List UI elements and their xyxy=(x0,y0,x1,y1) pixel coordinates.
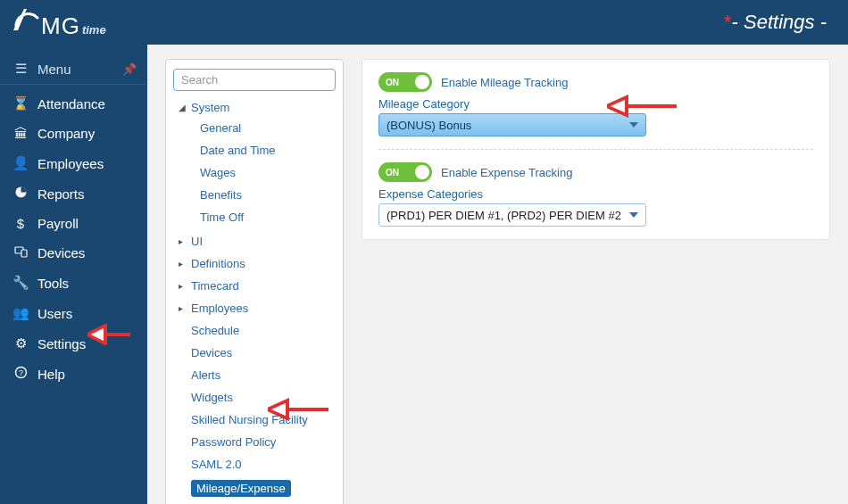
tree-leaf-widgets[interactable]: Widgets xyxy=(177,388,336,407)
hamburger-icon: ☰ xyxy=(12,61,29,77)
gear-icon: ⚙ xyxy=(12,335,29,351)
nav-item-label: Help xyxy=(37,367,65,382)
tree-node-employees[interactable]: ▸Employees xyxy=(177,299,336,318)
bank-icon: 🏛 xyxy=(12,126,29,141)
tree-node-label: System xyxy=(191,101,229,114)
main-nav: ☰ Menu 📌 ⌛ Attendance 🏛 Company 👤 Employ… xyxy=(0,45,147,504)
nav-item-employees[interactable]: 👤 Employees xyxy=(0,148,147,178)
nav-item-reports[interactable]: Reports xyxy=(0,178,147,209)
tree-leaf-saml[interactable]: SAML 2.0 xyxy=(177,455,336,474)
content-area: ◢ System General Date and Time Wages Ben… xyxy=(147,45,848,504)
tree-search-input[interactable] xyxy=(173,69,336,91)
hourglass-icon: ⌛ xyxy=(12,95,29,112)
toggle-knob-icon xyxy=(415,165,429,179)
nav-item-tools[interactable]: 🔧 Tools xyxy=(0,268,147,298)
mileage-category-label: Mileage Category xyxy=(378,97,813,111)
tree-leaf-devices[interactable]: Devices xyxy=(177,343,336,362)
settings-main-panel: ON Enable Mileage Tracking Mileage Categ… xyxy=(362,59,830,240)
logo-subtext: time xyxy=(82,23,106,37)
dollar-icon: $ xyxy=(12,216,29,231)
tree-leaf-alerts[interactable]: Alerts xyxy=(177,366,336,384)
toggle-on-label: ON xyxy=(386,78,399,87)
svg-rect-2 xyxy=(21,250,27,257)
nav-menu-toggle[interactable]: ☰ Menu 📌 xyxy=(0,54,147,85)
mileage-toggle-label: Enable Mileage Tracking xyxy=(441,76,568,89)
pie-icon xyxy=(12,186,29,202)
question-icon: ? xyxy=(12,366,29,382)
nav-item-attendance[interactable]: ⌛ Attendance xyxy=(0,88,147,119)
tree-leaf-snf[interactable]: Skilled Nursing Facility xyxy=(177,410,336,429)
tree-leaf-general[interactable]: General xyxy=(186,119,336,137)
nav-item-label: Devices xyxy=(37,245,85,260)
mileage-category-value: (BONUS) Bonus xyxy=(387,119,471,132)
nav-item-label: Users xyxy=(37,306,72,321)
tree-node-timecard[interactable]: ▸Timecard xyxy=(177,277,336,295)
nav-item-label: Reports xyxy=(37,186,85,202)
mileage-toggle[interactable]: ON xyxy=(378,72,432,92)
expense-toggle-row: ON Enable Expense Tracking xyxy=(378,162,813,182)
user-icon: 👤 xyxy=(12,155,29,171)
settings-tree: ◢ System General Date and Time Wages Ben… xyxy=(173,96,336,501)
caret-right-icon: ▸ xyxy=(179,281,187,291)
nav-item-users[interactable]: 👥 Users xyxy=(0,298,147,328)
expense-categories-dropdown[interactable]: (PRD1) PER DIEM #1, (PRD2) PER DIEM #2 xyxy=(378,203,646,227)
nav-menu-label: Menu xyxy=(37,62,71,77)
tree-node-ui[interactable]: ▸UI xyxy=(177,232,336,251)
tree-leaf-schedule[interactable]: Schedule xyxy=(177,321,336,340)
nav-item-label: Company xyxy=(37,126,95,141)
app-logo: MG time xyxy=(11,5,106,40)
mileage-toggle-row: ON Enable Mileage Tracking xyxy=(378,72,813,92)
users-icon: 👥 xyxy=(12,305,29,321)
tree-node-definitions[interactable]: ▸Definitions xyxy=(177,254,336,273)
devices-icon xyxy=(12,245,29,260)
wrench-icon: 🔧 xyxy=(12,275,29,291)
nav-item-label: Tools xyxy=(37,276,69,291)
app-header: MG time *- Settings - xyxy=(0,0,848,45)
tree-leaf-password-policy[interactable]: Password Policy xyxy=(177,433,336,451)
caret-right-icon: ▸ xyxy=(179,303,187,313)
nav-item-company[interactable]: 🏛 Company xyxy=(0,119,147,148)
nav-item-label: Payroll xyxy=(37,216,79,231)
toggle-knob-icon xyxy=(415,75,429,89)
pin-icon[interactable]: 📌 xyxy=(122,62,137,76)
caret-right-icon: ▸ xyxy=(179,259,187,269)
page-title: *- Settings - xyxy=(724,11,827,34)
toggle-on-label: ON xyxy=(386,168,399,178)
logo-mark-icon xyxy=(11,5,41,34)
settings-tree-panel: ◢ System General Date and Time Wages Ben… xyxy=(165,59,344,504)
section-divider xyxy=(378,149,813,150)
tree-node-system[interactable]: ◢ System xyxy=(177,98,336,117)
nav-item-devices[interactable]: Devices xyxy=(0,238,147,268)
tree-leaf-mileage-expense[interactable]: Mileage/Expense xyxy=(177,477,336,500)
svg-text:?: ? xyxy=(18,368,22,377)
expense-categories-label: Expense Categories xyxy=(378,187,813,201)
chevron-down-icon xyxy=(629,212,638,218)
tree-leaf-time-off[interactable]: Time Off xyxy=(186,208,336,227)
logo-text: MG xyxy=(41,12,80,40)
caret-down-icon: ◢ xyxy=(179,103,187,112)
nav-item-label: Employees xyxy=(37,156,104,171)
nav-item-payroll[interactable]: $ Payroll xyxy=(0,209,147,238)
expense-categories-value: (PRD1) PER DIEM #1, (PRD2) PER DIEM #2 xyxy=(387,209,621,222)
chevron-down-icon xyxy=(629,122,638,128)
tree-leaf-date-time[interactable]: Date and Time xyxy=(186,141,336,160)
nav-item-help[interactable]: ? Help xyxy=(0,359,147,389)
expense-toggle-label: Enable Expense Tracking xyxy=(441,166,572,179)
mileage-category-dropdown[interactable]: (BONUS) Bonus xyxy=(378,113,646,136)
nav-item-label: Settings xyxy=(37,336,86,351)
tree-leaf-wages[interactable]: Wages xyxy=(186,163,336,182)
expense-toggle[interactable]: ON xyxy=(378,162,432,182)
tree-leaf-benefits[interactable]: Benefits xyxy=(186,186,336,204)
caret-right-icon: ▸ xyxy=(179,236,187,246)
nav-item-label: Attendance xyxy=(37,96,105,112)
nav-item-settings[interactable]: ⚙ Settings xyxy=(0,328,147,359)
